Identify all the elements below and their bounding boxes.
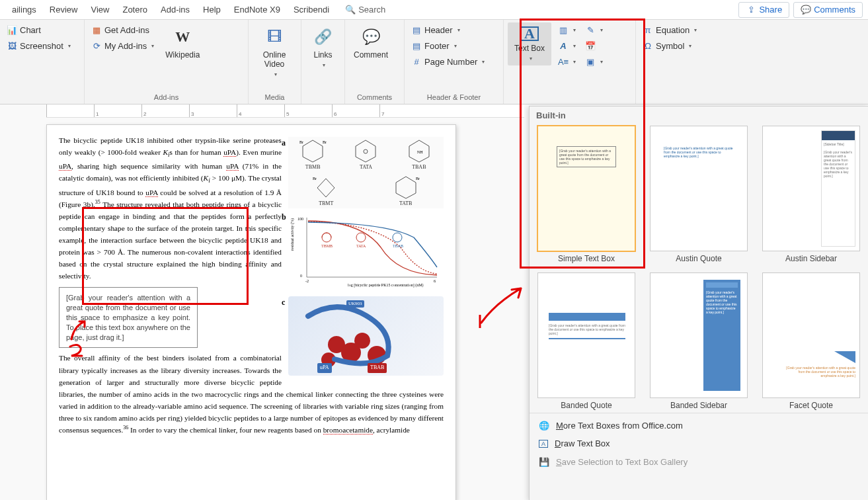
comments-label: Comments: [814, 5, 855, 15]
dose-response-chart: residual activity (%) log [bicyclic pept…: [288, 211, 444, 290]
tab-endnote[interactable]: EndNote X9: [227, 1, 287, 19]
addins-icon: ⟳: [91, 40, 102, 51]
document-page[interactable]: a BrBrTBMB TATA NHTBAB BrTBMT BrTATB: [46, 124, 456, 500]
search-placeholder: Search: [358, 5, 385, 15]
svg-point-21: [356, 233, 366, 242]
gallery-item-facet-quote[interactable]: [Grab your reader's attention with a gre…: [761, 272, 861, 410]
ruler-7: 7: [379, 104, 427, 117]
gallery-item-banded-sidebar[interactable]: [Grab your reader's attention with a gre…: [649, 272, 749, 410]
svg-marker-7: [317, 179, 335, 197]
draw-textbox-icon: A: [539, 440, 548, 448]
textbox-label: Text Box: [514, 44, 545, 53]
tab-zotero[interactable]: Zotero: [116, 1, 154, 19]
save-selection-gallery[interactable]: 💾Save Selection to Text Box Gallery: [530, 452, 868, 471]
signature-icon: ✎: [585, 24, 596, 35]
document-body[interactable]: a BrBrTBMB TATA NHTBAB BrTBMT BrTATB: [59, 134, 444, 436]
svg-text:6: 6: [434, 279, 436, 283]
gallery-grid: [Grab your reader's attention with a gre…: [530, 123, 868, 413]
svg-text:-2: -2: [305, 279, 309, 283]
get-addins-button[interactable]: ▦Get Add-ins: [89, 22, 157, 37]
ruler-6: 6: [332, 104, 379, 117]
mol-tbmb: TBMB: [296, 163, 329, 172]
dropcap-icon: A≡: [558, 56, 569, 67]
my-addins-button[interactable]: ⟳My Add-ins: [89, 38, 157, 53]
svg-text:TBMB: TBMB: [321, 244, 333, 248]
date-icon: 📅: [585, 40, 596, 51]
tag-uk903: UK903: [346, 300, 364, 308]
draw-text-box[interactable]: ADraw Text Box: [530, 435, 868, 452]
group-label-text: [508, 92, 631, 103]
mol-tata: TATA: [349, 163, 382, 172]
fig-label-b: b: [282, 211, 286, 224]
screenshot-button[interactable]: 🖼Screenshot: [4, 38, 73, 53]
figure-3: a BrBrTBMB TATA NHTBAB BrTBMT BrTATB: [288, 137, 444, 376]
new-comment-icon: 💬: [360, 26, 381, 48]
share-button[interactable]: ⇪ Share: [738, 2, 789, 18]
equation-button[interactable]: πEquation: [640, 22, 699, 37]
video-label: Online Video: [254, 50, 295, 69]
screenshot-label: Screenshot: [20, 41, 63, 51]
ruler-1: 1: [94, 104, 141, 117]
datetime-button[interactable]: 📅: [582, 38, 606, 53]
svg-text:Br: Br: [299, 140, 303, 144]
gallery-item-simple-text-box[interactable]: [Grab your reader's attention with a gre…: [536, 126, 637, 263]
wikipedia-label: Wikipedia: [165, 50, 200, 60]
svg-text:residual activity (%): residual activity (%): [290, 218, 295, 251]
header-button[interactable]: ▤Header: [409, 22, 487, 37]
symbol-button[interactable]: ΩSymbol: [640, 38, 699, 53]
wikipedia-button[interactable]: W Wikipedia: [161, 22, 204, 63]
equation-icon: π: [643, 24, 653, 35]
mol-tatb: TATB: [389, 200, 422, 208]
screenshot-icon: 🖼: [7, 40, 17, 51]
tab-mailings[interactable]: ailings: [5, 1, 43, 19]
text-box-gallery: Built-in [Grab your reader's attention w…: [529, 106, 868, 500]
tab-view[interactable]: View: [84, 1, 116, 19]
gallery-footer: 🌐MMore Text Boxes from Office.comore Tex…: [530, 413, 868, 474]
footer-label: Footer: [424, 41, 450, 51]
thumb-austinq: [Grab your reader's attention with a gre…: [664, 146, 735, 158]
symbol-label: Symbol: [656, 41, 684, 51]
tab-scribendi[interactable]: Scribendi: [287, 1, 336, 19]
svg-text:Br: Br: [313, 177, 317, 181]
chart-button[interactable]: 📊Chart: [4, 22, 73, 37]
svg-text:0: 0: [300, 274, 302, 278]
search-box[interactable]: 🔍 Search: [345, 5, 385, 15]
tag-upa: uPA: [317, 363, 332, 373]
gallery-item-austin-quote[interactable]: [Grab your reader's attention with a gre…: [649, 126, 749, 263]
object-button[interactable]: ▣: [582, 54, 606, 69]
annotation-arrow-1: [66, 316, 93, 343]
svg-text:100: 100: [297, 217, 303, 221]
share-icon: ⇪: [746, 5, 756, 15]
header-icon: ▤: [411, 24, 422, 35]
comment-button[interactable]: 💬 Comment: [349, 22, 393, 63]
chart-icon: 📊: [7, 24, 17, 35]
svg-text:log [bicyclic peptide PK15 con: log [bicyclic peptide PK15 concentration…: [348, 283, 423, 288]
tab-addins[interactable]: Add-ins: [154, 1, 196, 19]
wordart-button[interactable]: A: [555, 38, 578, 53]
quick-parts-button[interactable]: ▥: [555, 22, 578, 37]
tab-help[interactable]: Help: [196, 1, 227, 19]
svg-text:TATA: TATA: [356, 244, 366, 248]
tag-tbab: TBAB: [368, 363, 387, 373]
comments-button[interactable]: 💬 Comments: [793, 2, 863, 18]
text-box-button[interactable]: A Text Box: [508, 22, 551, 65]
drop-cap-button[interactable]: A≡: [555, 54, 578, 69]
links-button[interactable]: 🔗 Links: [305, 22, 340, 72]
gallery-item-banded-quote[interactable]: [Grab your reader's attention with a gre…: [536, 272, 637, 410]
gallery-item-austin-sidebar[interactable]: [Sidebar Title][Grab your reader's atten…: [761, 126, 861, 263]
globe-icon: 🌐: [539, 420, 549, 431]
wordart-icon: A: [558, 40, 569, 51]
link-icon: 🔗: [313, 26, 334, 48]
more-text-boxes[interactable]: 🌐MMore Text Boxes from Office.comore Tex…: [530, 416, 868, 435]
page-number-button[interactable]: #Page Number: [409, 54, 487, 69]
footer-button[interactable]: ▤Footer: [409, 38, 487, 53]
ruler-2: 2: [141, 104, 189, 117]
horizontal-ruler[interactable]: 1 2 3 4 5 6 7: [46, 104, 524, 118]
svg-point-23: [393, 233, 402, 242]
tab-review[interactable]: Review: [43, 1, 85, 19]
signature-button[interactable]: ✎: [582, 22, 606, 37]
ribbon: 📊Chart 🖼Screenshot ▦Get Add-ins ⟳My Add-…: [0, 20, 868, 104]
online-video-button[interactable]: 🎞 Online Video: [253, 22, 296, 81]
group-label-links: [305, 92, 340, 103]
links-label: Links: [313, 50, 332, 60]
